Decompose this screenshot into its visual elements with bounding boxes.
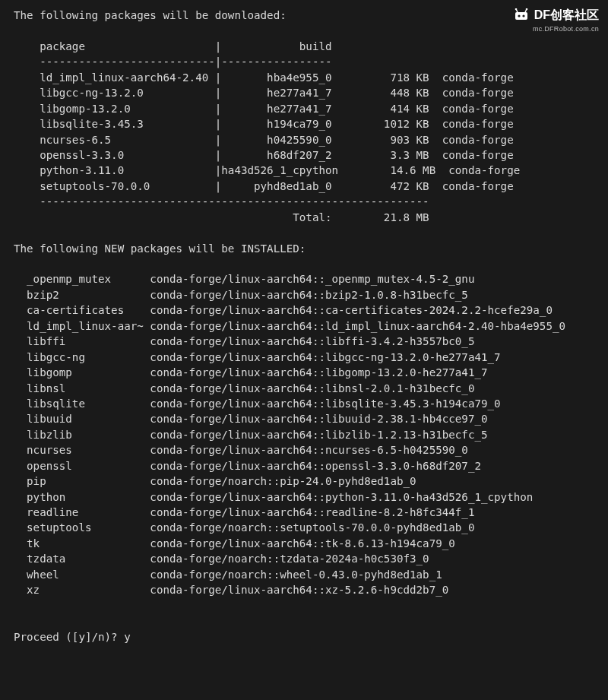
download-row: python-3.11.0 |ha43d526_1_cpython 14.6 M…	[14, 163, 608, 178]
proceed-line: Proceed ([y]/n)? y	[14, 629, 608, 645]
install-row: ca-certificates conda-forge/linux-aarch6…	[14, 302, 608, 318]
install-row: tzdata conda-forge/noarch::tzdata-2024a-…	[14, 551, 608, 566]
intro-install: The following NEW packages will be INSTA…	[14, 241, 608, 256]
install-row: libffi conda-forge/linux-aarch64::libffi…	[14, 334, 608, 349]
svg-point-1	[518, 14, 520, 17]
install-row: _openmp_mutex conda-forge/linux-aarch64:…	[14, 271, 608, 287]
watermark-subtitle: mc.DFRobot.com.cn	[513, 24, 599, 34]
install-row: ncurses conda-forge/linux-aarch64::ncurs…	[14, 442, 608, 458]
watermark-title: DF创客社区	[534, 6, 599, 24]
table-divider-top: ---------------------------|------------…	[14, 54, 608, 69]
robot-icon	[513, 8, 530, 22]
download-row: libgomp-13.2.0 | he277a41_7 414 KB conda…	[14, 101, 608, 116]
install-row: wheel conda-forge/noarch::wheel-0.43.0-p…	[14, 567, 608, 582]
install-row: libuuid conda-forge/linux-aarch64::libuu…	[14, 411, 608, 426]
install-row: xz conda-forge/linux-aarch64::xz-5.2.6-h…	[14, 582, 608, 597]
install-row: libsqlite conda-forge/linux-aarch64::lib…	[14, 396, 608, 411]
proceed-prompt: Proceed ([y]/n)?	[14, 631, 124, 643]
install-row: openssl conda-forge/linux-aarch64::opens…	[14, 458, 608, 474]
download-row: ncurses-6.5 | h0425590_0 903 KB conda-fo…	[14, 132, 608, 147]
proceed-response[interactable]: y	[124, 631, 131, 643]
watermark: DF创客社区 mc.DFRobot.com.cn	[513, 6, 599, 34]
install-row: bzip2 conda-forge/linux-aarch64::bzip2-1…	[14, 287, 608, 302]
install-row: tk conda-forge/linux-aarch64::tk-8.6.13-…	[14, 536, 608, 551]
table-header: package | build	[14, 39, 608, 54]
svg-rect-0	[515, 12, 527, 20]
table-divider-bottom: ----------------------------------------…	[14, 194, 608, 209]
install-row: libgcc-ng conda-forge/linux-aarch64::lib…	[14, 350, 608, 365]
download-row: libgcc-ng-13.2.0 | he277a41_7 448 KB con…	[14, 85, 608, 100]
install-row: python conda-forge/linux-aarch64::python…	[14, 489, 608, 505]
download-table: ld_impl_linux-aarch64-2.40 | hba4e955_0 …	[14, 70, 608, 195]
download-row: setuptools-70.0.0 | pyhd8ed1ab_0 472 KB …	[14, 179, 608, 194]
install-row: libzlib conda-forge/linux-aarch64::libzl…	[14, 427, 608, 442]
install-list: _openmp_mutex conda-forge/linux-aarch64:…	[14, 271, 608, 597]
install-row: ld_impl_linux-aar~ conda-forge/linux-aar…	[14, 318, 608, 334]
install-row: pip conda-forge/noarch::pip-24.0-pyhd8ed…	[14, 474, 608, 489]
download-row: libsqlite-3.45.3 | h194ca79_0 1012 KB co…	[14, 116, 608, 131]
install-row: setuptools conda-forge/noarch::setuptool…	[14, 520, 608, 535]
total-line: Total: 21.8 MB	[14, 210, 608, 225]
svg-point-2	[522, 14, 524, 17]
install-row: libnsl conda-forge/linux-aarch64::libnsl…	[14, 381, 608, 396]
download-row: ld_impl_linux-aarch64-2.40 | hba4e955_0 …	[14, 70, 608, 85]
install-row: readline conda-forge/linux-aarch64::read…	[14, 505, 608, 520]
terminal-screen[interactable]: DF创客社区 mc.DFRobot.com.cn The following p…	[0, 0, 608, 700]
download-row: openssl-3.3.0 | h68df207_2 3.3 MB conda-…	[14, 147, 608, 163]
install-row: libgomp conda-forge/linux-aarch64::libgo…	[14, 365, 608, 380]
